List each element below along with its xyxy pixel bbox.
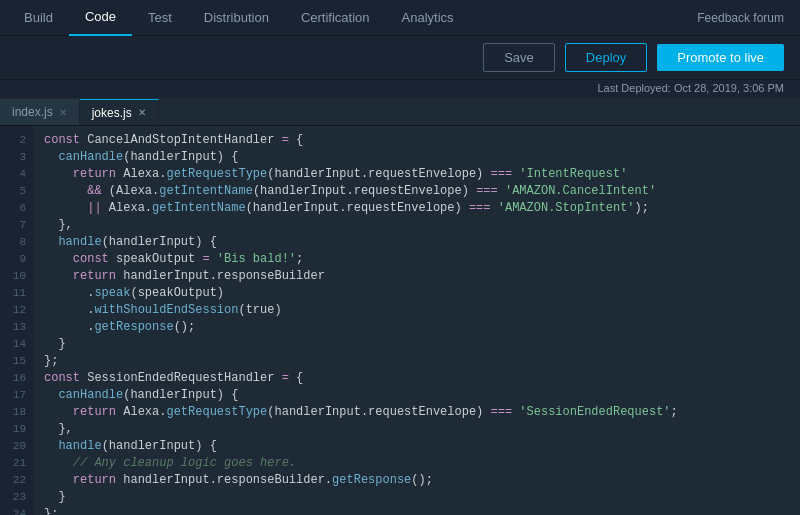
code-editor[interactable]: const CancelAndStopIntentHandler = { can…: [34, 126, 800, 515]
deploy-status: Last Deployed: Oct 28, 2019, 3:06 PM: [0, 80, 800, 98]
nav-items: Build Code Test Distribution Certificati…: [8, 0, 689, 36]
nav-build[interactable]: Build: [8, 0, 69, 36]
close-tab-jokes[interactable]: ✕: [138, 107, 146, 118]
line-numbers: 23456 7891011 1213141516 1718192021 2223…: [0, 126, 34, 515]
promote-button[interactable]: Promote to live: [657, 44, 784, 71]
deploy-status-text: Last Deployed: Oct 28, 2019, 3:06 PM: [597, 82, 784, 94]
nav-certification[interactable]: Certification: [285, 0, 386, 36]
tab-jokes-js[interactable]: jokes.js ✕: [80, 99, 159, 125]
nav-analytics[interactable]: Analytics: [386, 0, 470, 36]
save-button[interactable]: Save: [483, 43, 555, 72]
feedback-button[interactable]: Feedback forum: [689, 11, 792, 25]
file-tabs: index.js ✕ jokes.js ✕: [0, 98, 800, 126]
tab-label-jokes: jokes.js: [92, 106, 132, 120]
tab-label-index: index.js: [12, 105, 53, 119]
nav-distribution[interactable]: Distribution: [188, 0, 285, 36]
close-tab-index[interactable]: ✕: [59, 107, 67, 118]
action-bar: Save Deploy Promote to live: [0, 36, 800, 80]
nav-code[interactable]: Code: [69, 0, 132, 36]
tab-index-js[interactable]: index.js ✕: [0, 99, 80, 125]
nav-test[interactable]: Test: [132, 0, 188, 36]
top-navigation: Build Code Test Distribution Certificati…: [0, 0, 800, 36]
code-area: 23456 7891011 1213141516 1718192021 2223…: [0, 126, 800, 515]
deploy-button[interactable]: Deploy: [565, 43, 647, 72]
